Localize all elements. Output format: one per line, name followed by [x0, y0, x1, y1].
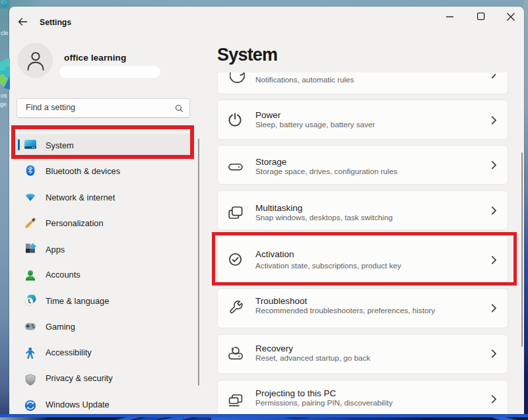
- svg-text:os: os: [1, 92, 7, 99]
- svg-text:cle: cle: [1, 30, 9, 36]
- svg-text:ge: ge: [0, 101, 7, 107]
